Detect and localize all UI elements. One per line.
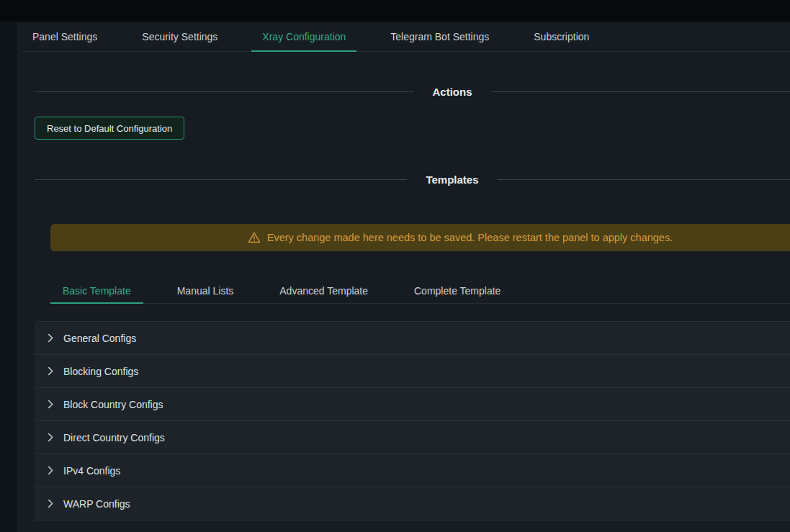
- subtab-manual-lists[interactable]: Manual Lists: [165, 278, 246, 303]
- actions-divider: Actions: [35, 84, 790, 99]
- template-accordion: General Configs Blocking Configs Block C…: [35, 321, 790, 520]
- warning-alert-text: Every change made here needs to be saved…: [267, 232, 673, 243]
- subtab-complete-template[interactable]: Complete Template: [402, 278, 513, 303]
- chevron-right-icon: [48, 499, 54, 508]
- tab-label: Telegram Bot Settings: [390, 31, 489, 42]
- accordion-row-label: Block Country Configs: [63, 399, 163, 410]
- chevron-right-icon: [48, 400, 54, 409]
- tab-label: Xray Configuration: [262, 31, 346, 42]
- accordion-row-general-configs[interactable]: General Configs: [35, 322, 790, 355]
- accordion-row-label: General Configs: [63, 333, 136, 344]
- actions-divider-label: Actions: [414, 86, 491, 98]
- tab-label: Subscription: [534, 31, 589, 42]
- subtab-label: Complete Template: [414, 285, 501, 297]
- subtab-label: Manual Lists: [177, 285, 234, 297]
- chevron-right-icon: [48, 366, 54, 376]
- tab-security-settings[interactable]: Security Settings: [131, 22, 228, 51]
- divider-line: [498, 179, 790, 180]
- divider-line: [35, 91, 414, 92]
- warning-alert: Every change made here needs to be saved…: [50, 224, 790, 251]
- divider-line: [35, 179, 407, 180]
- tab-xray-configuration[interactable]: Xray Configuration: [251, 22, 356, 51]
- accordion-row-ipv4-configs[interactable]: IPv4 Configs: [35, 454, 790, 487]
- templates-divider-label: Templates: [407, 173, 497, 186]
- chevron-right-icon: [48, 333, 54, 343]
- tab-subscription[interactable]: Subscription: [523, 22, 600, 51]
- warning-triangle-icon: [248, 231, 261, 244]
- divider-line: [491, 91, 790, 92]
- accordion-row-direct-country-configs[interactable]: Direct Country Configs: [35, 421, 790, 454]
- settings-tabs: Panel Settings Security Settings Xray Co…: [22, 22, 790, 52]
- accordion-row-warp-configs[interactable]: WARP Configs: [35, 487, 790, 520]
- accordion-row-blocking-configs[interactable]: Blocking Configs: [35, 355, 790, 388]
- subtab-basic-template[interactable]: Basic Template: [50, 278, 143, 303]
- chevron-right-icon: [48, 433, 54, 442]
- accordion-row-label: WARP Configs: [63, 498, 130, 510]
- subtab-label: Advanced Template: [279, 285, 368, 297]
- templates-divider: Templates: [35, 171, 790, 187]
- template-tabs: Basic Template Manual Lists Advanced Tem…: [50, 278, 790, 304]
- window-top-bar: [0, 0, 790, 22]
- accordion-row-label: Direct Country Configs: [63, 432, 165, 443]
- tab-panel-settings[interactable]: Panel Settings: [22, 22, 108, 51]
- accordion-row-label: Blocking Configs: [63, 366, 138, 377]
- reset-default-config-button[interactable]: Reset to Default Configuration: [35, 117, 184, 140]
- tab-telegram-bot-settings[interactable]: Telegram Bot Settings: [380, 22, 500, 51]
- accordion-row-block-country-configs[interactable]: Block Country Configs: [35, 388, 790, 421]
- chevron-right-icon: [48, 466, 54, 475]
- templates-panel: Every change made here needs to be saved…: [50, 224, 790, 304]
- tab-label: Panel Settings: [32, 31, 97, 42]
- tab-label: Security Settings: [142, 31, 217, 42]
- subtab-label: Basic Template: [63, 285, 131, 297]
- subtab-advanced-template[interactable]: Advanced Template: [267, 278, 380, 303]
- accordion-row-label: IPv4 Configs: [63, 465, 120, 477]
- settings-card: Panel Settings Security Settings Xray Co…: [17, 22, 790, 532]
